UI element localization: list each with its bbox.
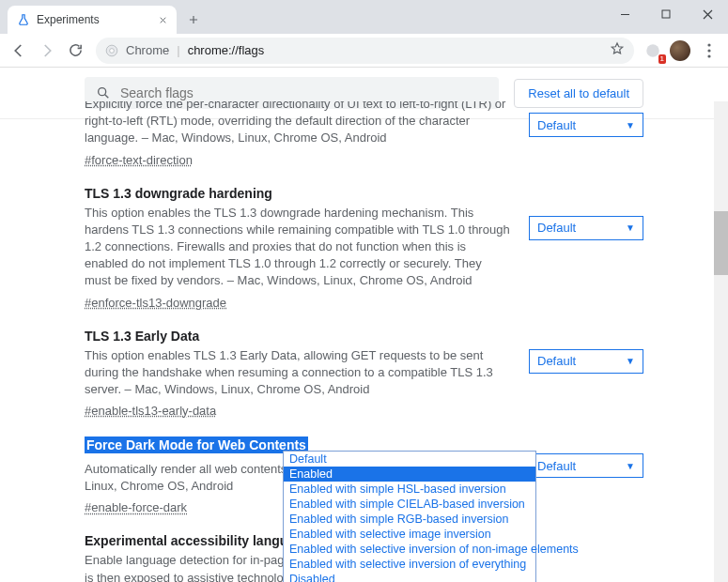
flag-anchor-link[interactable]: #force-text-direction <box>85 153 193 167</box>
flag-description: This option enables TLS 1.3 Early Data, … <box>85 347 510 399</box>
caret-down-icon: ▼ <box>626 222 635 233</box>
flag-dropdown[interactable]: Default ▼ <box>529 113 643 137</box>
dropdown-option[interactable]: Enabled with selective inversion of non-… <box>284 542 535 557</box>
maximize-button[interactable] <box>645 0 687 28</box>
minimize-button[interactable] <box>604 0 645 28</box>
dropdown-option[interactable]: Default <box>284 452 535 467</box>
omnibox-separator: | <box>177 43 179 57</box>
window-close-button[interactable] <box>687 0 728 28</box>
flag-title: Force Dark Mode for Web Contents <box>85 436 308 453</box>
extension-icon[interactable]: 1 <box>642 39 664 62</box>
flag-dropdown-value: Default <box>537 118 576 132</box>
close-tab-icon[interactable] <box>156 13 169 26</box>
dropdown-option[interactable]: Enabled with simple HSL-based inversion <box>284 482 535 497</box>
caret-down-icon: ▼ <box>626 461 635 471</box>
dropdown-option[interactable]: Enabled with simple RGB-based inversion <box>284 512 535 527</box>
flag-title: TLS 1.3 Early Data <box>85 329 510 344</box>
svg-point-5 <box>707 49 710 52</box>
window-titlebar: Experiments <box>0 0 728 34</box>
browser-tab[interactable]: Experiments <box>8 6 177 34</box>
flag-title: TLS 1.3 downgrade hardening <box>85 186 510 201</box>
flag-dropdown[interactable]: Default ▼ <box>529 216 643 240</box>
flag-dropdown-value: Default <box>537 221 576 235</box>
caret-down-icon: ▼ <box>626 356 635 366</box>
dropdown-option[interactable]: Enabled with selective image inversion <box>284 527 535 542</box>
flag-item: TLS 1.3 downgrade hardening This option … <box>85 173 643 315</box>
flag-item: Explicitly force the per-character direc… <box>85 101 643 173</box>
flag-dropdown-value: Default <box>537 459 576 473</box>
svg-point-6 <box>707 54 710 57</box>
search-flags-input[interactable] <box>120 85 488 100</box>
svg-point-7 <box>99 88 106 96</box>
svg-rect-0 <box>662 10 670 18</box>
forward-button[interactable] <box>34 38 60 64</box>
window-controls <box>604 0 728 28</box>
flag-description: Explicitly force the per-character direc… <box>85 101 510 147</box>
omnibox-prefix: Chrome <box>126 43 169 57</box>
flag-description: This option enables the TLS 1.3 downgrad… <box>85 205 510 290</box>
dropdown-option[interactable]: Enabled with selective inversion of ever… <box>284 557 535 572</box>
flag-anchor-link[interactable]: #enforce-tls13-downgrade <box>85 296 226 310</box>
search-icon <box>96 85 111 100</box>
chrome-icon <box>105 44 118 57</box>
flag-dropdown-value: Default <box>537 354 576 368</box>
address-bar[interactable]: Chrome | chrome://flags <box>96 38 634 64</box>
back-button[interactable] <box>6 38 32 64</box>
flag-item: TLS 1.3 Early Data This option enables T… <box>85 315 643 424</box>
profile-avatar[interactable] <box>670 40 690 61</box>
flag-dropdown[interactable]: Default ▼ <box>529 349 643 374</box>
extension-badge: 1 <box>658 54 666 64</box>
menu-button[interactable] <box>696 43 722 58</box>
flag-dropdown-open[interactable]: Default Enabled Enabled with simple HSL-… <box>283 451 536 582</box>
flask-icon <box>17 13 30 26</box>
caret-down-icon: ▼ <box>626 120 635 130</box>
svg-point-4 <box>707 43 710 46</box>
reload-button[interactable] <box>62 38 88 64</box>
tab-title: Experiments <box>37 13 149 26</box>
flag-dropdown[interactable]: Default ▼ <box>529 453 643 478</box>
flags-content: Explicitly force the per-character direc… <box>0 101 728 582</box>
svg-point-2 <box>110 48 115 53</box>
omnibox-url: chrome://flags <box>188 43 265 57</box>
svg-point-3 <box>646 44 659 57</box>
browser-toolbar: Chrome | chrome://flags 1 <box>0 34 728 68</box>
dropdown-option[interactable]: Enabled <box>284 467 535 482</box>
new-tab-button[interactable] <box>180 7 207 33</box>
bookmark-star-icon[interactable] <box>610 41 625 59</box>
dropdown-option[interactable]: Enabled with simple CIELAB-based inversi… <box>284 497 535 512</box>
dropdown-option[interactable]: Disabled <box>284 572 535 582</box>
flag-anchor-link[interactable]: #enable-tls13-early-data <box>85 404 216 418</box>
flag-anchor-link[interactable]: #enable-force-dark <box>85 500 187 514</box>
